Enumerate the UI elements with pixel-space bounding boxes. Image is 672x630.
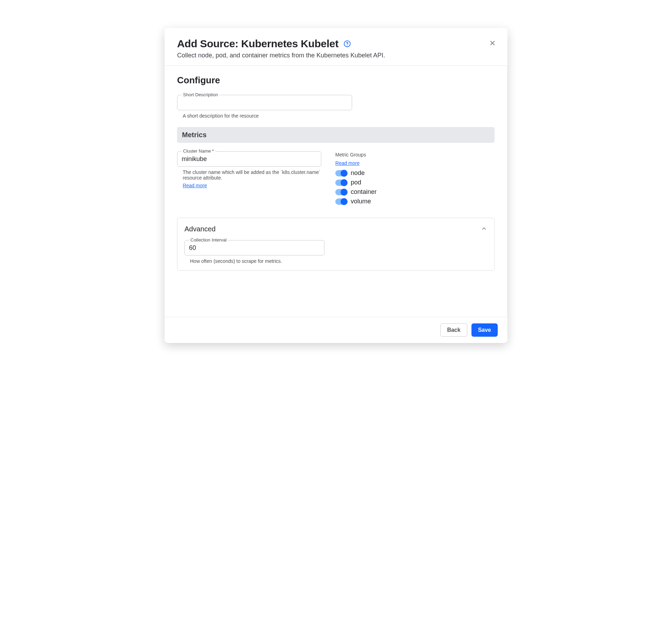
help-icon[interactable] [343,40,351,48]
short-description-label: Short Description [182,92,219,97]
cluster-name-label: Cluster Name * [182,148,215,154]
modal-subtitle: Collect node, pod, and container metrics… [177,52,495,59]
metrics-section-header: Metrics [177,127,495,143]
modal-footer: Back Save [164,317,507,343]
metric-group-toggle-node[interactable] [335,170,347,176]
metric-group-toggle-pod[interactable] [335,180,347,186]
collection-interval-label: Collection Interval [189,237,228,243]
metric-group-row: pod [335,179,377,186]
collection-interval-field: Collection Interval How often (seconds) … [184,240,487,264]
metric-group-label: container [351,188,377,196]
advanced-title: Advanced [184,225,216,233]
cluster-name-input[interactable] [182,155,317,163]
metric-group-label: volume [351,198,371,205]
cluster-name-read-more[interactable]: Read more [177,183,207,188]
svg-point-1 [347,45,348,46]
metric-group-row: volume [335,198,377,205]
modal-title: Add Source: Kubernetes Kubelet [177,38,338,50]
modal-header: Add Source: Kubernetes Kubelet Collect n… [164,28,507,66]
cluster-name-field: Cluster Name * The cluster name which wi… [177,151,321,188]
metric-group-toggle-volume[interactable] [335,198,347,205]
cluster-name-helper: The cluster name which will be added as … [177,169,321,181]
metric-group-row: container [335,188,377,196]
short-description-helper: A short description for the resource [177,113,352,119]
metric-group-label: pod [351,179,361,186]
metric-groups-read-more[interactable]: Read more [335,160,359,166]
configure-heading: Configure [177,75,495,86]
save-button[interactable]: Save [471,323,498,337]
collection-interval-input[interactable] [189,244,320,252]
advanced-toggle[interactable]: Advanced [184,225,487,233]
metric-groups-list: node pod container volume [335,169,377,205]
metric-group-label: node [351,169,365,177]
metric-group-toggle-container[interactable] [335,189,347,195]
metric-group-row: node [335,169,377,177]
chevron-up-icon [481,225,487,233]
short-description-field: Short Description A short description fo… [177,95,495,119]
modal-body: Configure Short Description A short desc… [164,66,507,317]
short-description-input[interactable] [182,99,348,106]
metric-groups-label: Metric Groups [335,152,377,158]
collection-interval-helper: How often (seconds) to scrape for metric… [184,258,324,264]
add-source-modal: Add Source: Kubernetes Kubelet Collect n… [164,28,507,343]
advanced-panel: Advanced Collection Interval How often (… [177,218,495,271]
back-button[interactable]: Back [440,323,467,337]
close-button[interactable] [487,38,498,48]
